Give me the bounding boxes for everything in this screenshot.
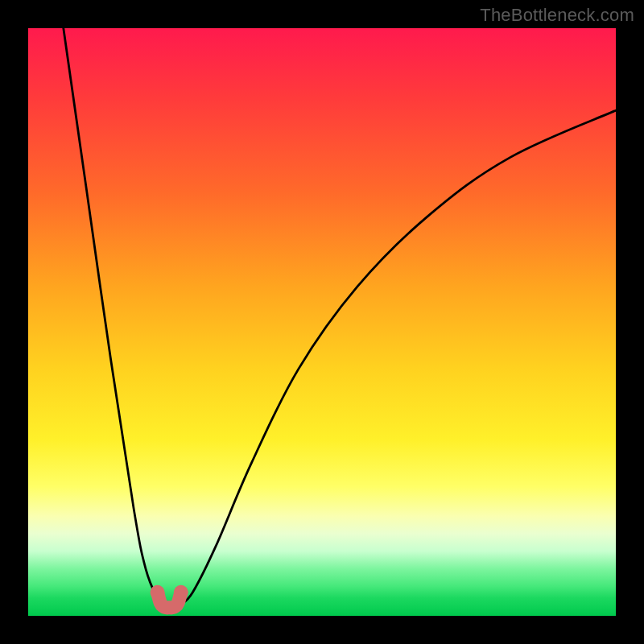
curve-layer [64, 28, 616, 604]
plot-area [28, 28, 616, 616]
curve-left-branch [64, 28, 163, 604]
watermark-text: TheBottleneck.com [480, 5, 634, 26]
trough-marker-layer [151, 585, 188, 608]
curve-right-branch [181, 110, 616, 604]
trough-marker-endcap [151, 585, 165, 600]
chart-frame: TheBottleneck.com [0, 0, 644, 644]
chart-svg [28, 28, 616, 616]
trough-marker-endcap [174, 585, 188, 600]
